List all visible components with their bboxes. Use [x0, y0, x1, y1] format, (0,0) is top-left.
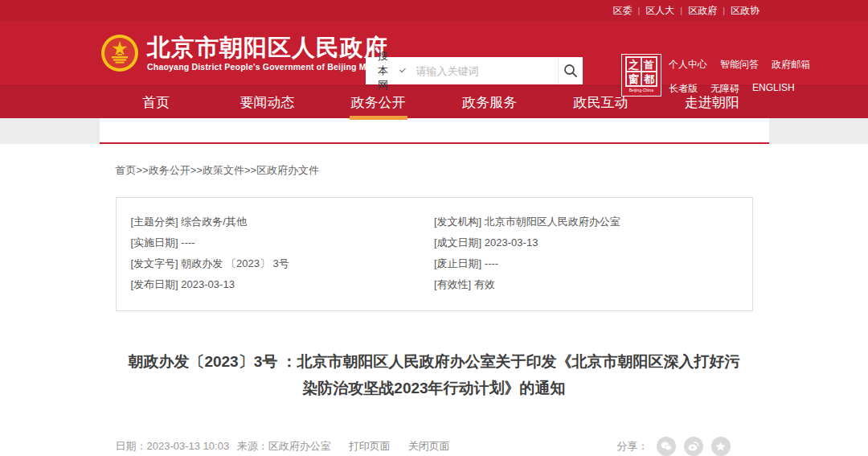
meta-label: [成文日期]: [434, 236, 481, 249]
separator: |: [680, 6, 682, 15]
breadcrumb-policy-docs[interactable]: 政策文件: [203, 164, 244, 176]
breadcrumb-district-office-docs[interactable]: 区政府办文件: [256, 164, 319, 176]
nav-item-gov-disclosure[interactable]: 政务公开: [323, 86, 434, 118]
site-header: 北京市朝阳区人民政府 Chaoyang District People's Go…: [0, 21, 868, 85]
nav-item-home[interactable]: 首页: [100, 86, 211, 118]
share-label: 分享：: [617, 439, 649, 454]
meta-row-written-date: [成文日期] 2023-03-13: [434, 235, 738, 250]
breadcrumb-separator: >>: [190, 164, 203, 176]
article-info-bar: 日期：2023-03-13 10:03 来源：区政府办公室 打印页面 关闭页面 …: [116, 430, 753, 456]
share-weibo-button[interactable]: [684, 437, 703, 456]
national-emblem-icon: [100, 34, 139, 72]
topbar: 区委| 区人大| 区政府| 区政协: [0, 0, 868, 21]
meta-column-right: [发文机构] 北京市朝阳区人民政府办公室 [成文日期] 2023-03-13 […: [434, 214, 738, 298]
breadcrumb-separator: >>: [244, 164, 256, 176]
meta-row-repeal-date: [废止日期] ----: [434, 256, 738, 271]
topbar-link-cppcc[interactable]: 区政协: [731, 4, 760, 18]
capital-window-char: 都: [641, 72, 657, 86]
meta-value: ----: [181, 236, 194, 249]
meta-row-validity: [有效性] 有效: [434, 277, 738, 292]
nav-item-interaction[interactable]: 政民互动: [545, 86, 656, 118]
article-info-left: 日期：2023-03-13 10:03 来源：区政府办公室: [116, 439, 336, 454]
site-logo[interactable]: 北京市朝阳区人民政府 Chaoyang District People's Go…: [100, 34, 410, 72]
link-smart-qa[interactable]: 智能问答: [720, 58, 759, 72]
topbar-link-district-committee[interactable]: 区委: [612, 4, 632, 18]
main-nav: 首页 要闻动态 政务公开 政务服务 政民互动 走进朝阳: [0, 85, 868, 118]
breadcrumb: 首页>>政务公开>>政策文件>>区政府办文件: [116, 144, 753, 189]
meta-value: 2023-03-13: [181, 278, 235, 290]
document-meta-box: [主题分类] 综合政务/其他 [实施日期] ---- [发文字号] 朝政办发 〔…: [116, 197, 753, 311]
nav-item-news[interactable]: 要闻动态: [211, 86, 322, 118]
meta-label: [发布日期]: [131, 278, 178, 290]
search-button[interactable]: [558, 57, 583, 84]
meta-value: 2023-03-13: [485, 236, 538, 249]
search-input[interactable]: [405, 65, 558, 77]
share-bar: 分享：: [617, 437, 753, 456]
sub-header-strip: [0, 118, 868, 144]
capital-window-char: 首: [641, 57, 657, 72]
meta-value: 有效: [474, 278, 495, 290]
capital-window-char: 之: [626, 57, 641, 72]
weibo-icon: [688, 442, 699, 451]
close-page-link[interactable]: 关闭页面: [408, 439, 450, 454]
star-icon: [715, 442, 726, 452]
article-date: 日期：2023-03-13 10:03: [116, 440, 230, 452]
link-personal-center[interactable]: 个人中心: [669, 58, 707, 72]
search-bar: 搜本网: [366, 57, 583, 84]
meta-label: [废止日期]: [434, 257, 481, 269]
capital-window-char: 窗: [626, 72, 641, 86]
share-more-button[interactable]: [711, 437, 731, 456]
share-wechat-button[interactable]: [657, 437, 676, 456]
search-icon: [563, 64, 578, 78]
meta-label: [实施日期]: [131, 236, 178, 249]
meta-value: 北京市朝阳区人民政府办公室: [485, 216, 620, 228]
meta-column-left: [主题分类] 综合政务/其他 [实施日期] ---- [发文字号] 朝政办发 〔…: [131, 214, 435, 298]
nav-item-gov-services[interactable]: 政务服务: [434, 86, 545, 118]
meta-row-topic: [主题分类] 综合政务/其他: [131, 214, 435, 229]
breadcrumb-separator: >>: [137, 164, 149, 176]
document-title: 朝政办发〔2023〕3号 ：北京市朝阳区人民政府办公室关于印发《北京市朝阳区深入…: [128, 348, 739, 401]
breadcrumb-gov-disclosure[interactable]: 政务公开: [149, 164, 190, 176]
meta-label: [发文机构]: [434, 216, 481, 228]
link-gov-mailbox[interactable]: 政府邮箱: [772, 58, 810, 72]
print-page-link[interactable]: 打印页面: [349, 439, 391, 454]
topbar-link-peoples-congress[interactable]: 区人大: [645, 4, 674, 18]
sub-header-strip-inner: [100, 118, 769, 144]
separator: |: [723, 6, 725, 15]
meta-row-doc-number: [发文字号] 朝政办发 〔2023〕 3号: [131, 256, 435, 271]
meta-value: ----: [485, 257, 498, 269]
meta-row-issuing-agency: [发文机构] 北京市朝阳区人民政府办公室: [434, 214, 738, 229]
article-source: 来源：区政府办公室: [237, 440, 331, 452]
breadcrumb-home[interactable]: 首页: [116, 164, 137, 176]
meta-label: [发文字号]: [131, 257, 178, 269]
meta-value: 朝政办发 〔2023〕 3号: [181, 257, 289, 269]
meta-row-publish-date: [发布日期] 2023-03-13: [131, 277, 435, 292]
nav-item-about-chaoyang[interactable]: 走进朝阳: [657, 86, 768, 118]
meta-row-implement-date: [实施日期] ----: [131, 235, 435, 250]
main-content: 首页>>政务公开>>政策文件>>区政府办文件 [主题分类] 综合政务/其他 [实…: [100, 144, 769, 456]
wechat-icon: [661, 442, 672, 451]
capital-window-grid: 之 首 窗 都: [625, 56, 657, 87]
topbar-link-district-government[interactable]: 区政府: [688, 4, 717, 18]
meta-value: 综合政务/其他: [181, 216, 247, 228]
meta-label: [有效性]: [434, 278, 471, 290]
separator: |: [637, 6, 640, 15]
meta-label: [主题分类]: [131, 216, 178, 228]
